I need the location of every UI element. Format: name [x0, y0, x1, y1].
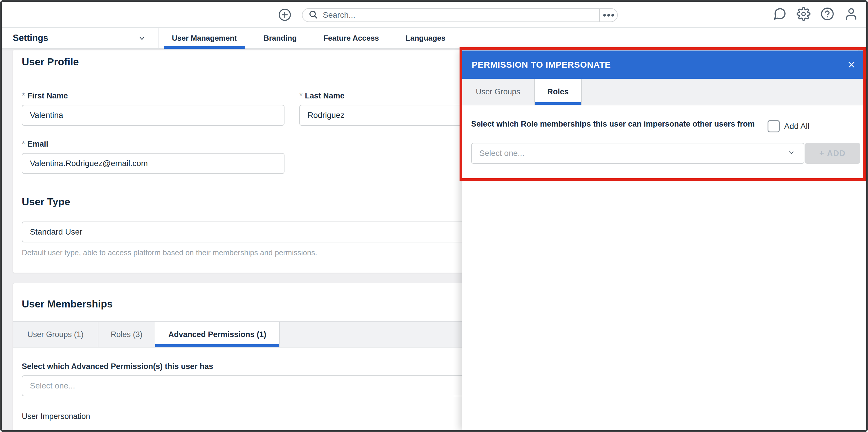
- gear-icon: [797, 7, 810, 21]
- tab-label: Languages: [406, 34, 445, 43]
- add-button[interactable]: + ADD: [805, 143, 860, 164]
- tab-advanced-permissions[interactable]: Advanced Permissions (1): [155, 322, 280, 347]
- add-button-label: + ADD: [819, 149, 846, 158]
- search-icon: [308, 9, 318, 21]
- user-type-heading: User Type: [22, 196, 70, 208]
- ellipsis-icon: [603, 14, 614, 17]
- required-asterisk: *: [22, 91, 25, 100]
- top-bar: [2, 2, 866, 28]
- plus-circle-icon: [278, 8, 291, 22]
- help-icon: [820, 7, 834, 21]
- drawer-tabstrip: User Groups Roles: [462, 79, 866, 105]
- drawer-title: PERMISSION TO IMPERSONATE: [472, 60, 611, 70]
- settings-dropdown-label: Settings: [13, 33, 48, 43]
- settings-dropdown[interactable]: Settings: [2, 28, 158, 48]
- user-profile-heading: User Profile: [22, 56, 79, 68]
- drawer-instruction: Select which Role memberships this user …: [471, 119, 762, 129]
- add-all-label: Add All: [784, 122, 809, 131]
- tab-label: User Groups: [476, 87, 520, 96]
- tab-label: Roles: [547, 87, 569, 96]
- required-asterisk: *: [299, 91, 303, 100]
- close-icon: ✕: [847, 59, 856, 70]
- email-label: *Email: [22, 139, 48, 149]
- drawer-header: PERMISSION TO IMPERSONATE ✕: [462, 51, 866, 79]
- topbar-actions: [773, 7, 858, 21]
- tab-branding[interactable]: Branding: [250, 28, 310, 48]
- tab-user-groups[interactable]: User Groups (1): [13, 322, 98, 347]
- tab-roles[interactable]: Roles (3): [98, 322, 155, 347]
- drawer-tab-user-groups[interactable]: User Groups: [462, 79, 535, 105]
- tab-label: Advanced Permissions (1): [168, 330, 267, 339]
- app-window: Settings User Management Branding Featur…: [0, 0, 868, 432]
- tab-feature-access[interactable]: Feature Access: [310, 28, 392, 48]
- account-button[interactable]: [844, 7, 858, 21]
- active-tab-underline: [155, 344, 279, 347]
- role-select-dropdown[interactable]: Select one...: [471, 143, 804, 164]
- role-select-placeholder: Select one...: [479, 149, 787, 158]
- tab-languages[interactable]: Languages: [392, 28, 459, 48]
- user-type-helper: Default user type, able to access platfo…: [22, 248, 317, 257]
- chat-button[interactable]: [773, 7, 787, 21]
- settings-tabs: User Management Branding Feature Access …: [158, 28, 459, 48]
- tab-label: Feature Access: [323, 34, 379, 43]
- settings-nav-row: Settings User Management Branding Featur…: [2, 28, 866, 49]
- create-button[interactable]: [278, 8, 291, 22]
- first-name-label: *First Name: [22, 91, 68, 100]
- close-button[interactable]: ✕: [844, 58, 859, 72]
- user-memberships-heading: User Memberships: [22, 298, 113, 310]
- drawer-tab-roles[interactable]: Roles: [535, 79, 582, 105]
- last-name-label: *Last Name: [299, 91, 345, 100]
- add-all-checkbox[interactable]: [768, 120, 780, 132]
- chat-icon: [773, 7, 787, 21]
- help-button[interactable]: [820, 7, 834, 21]
- settings-gear-button[interactable]: [797, 7, 810, 21]
- chevron-down-icon: [787, 150, 804, 157]
- permission-to-impersonate-drawer: PERMISSION TO IMPERSONATE ✕ User Groups …: [462, 51, 866, 430]
- advanced-permission-select-label: Select which Advanced Permission(s) this…: [22, 362, 213, 371]
- first-name-input[interactable]: [22, 105, 284, 126]
- user-icon: [844, 7, 858, 21]
- required-asterisk: *: [22, 139, 25, 148]
- active-tab-underline: [164, 46, 245, 49]
- tab-label: User Management: [172, 34, 237, 43]
- tab-label: Roles (3): [111, 330, 143, 339]
- email-input[interactable]: [22, 153, 284, 174]
- search-input[interactable]: [318, 9, 599, 21]
- search-bar: [302, 8, 618, 22]
- active-tab-underline: [535, 102, 581, 105]
- tab-label: User Groups (1): [27, 330, 84, 339]
- user-impersonation-label: User Impersonation: [22, 412, 90, 421]
- tab-label: Branding: [264, 34, 297, 43]
- tab-user-management[interactable]: User Management: [158, 28, 250, 48]
- search-options-button[interactable]: [599, 9, 617, 22]
